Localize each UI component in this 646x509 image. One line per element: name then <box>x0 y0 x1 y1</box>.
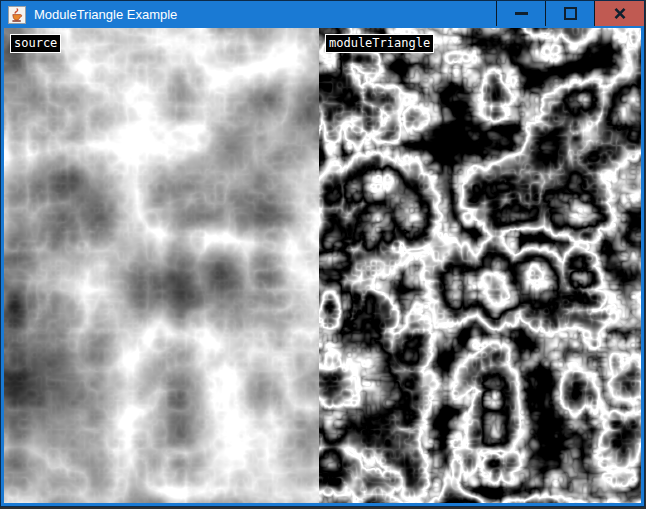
java-coffee-cup-icon <box>8 6 26 24</box>
close-button[interactable] <box>594 1 644 26</box>
panel-moduletriangle: moduleTriangle <box>319 28 641 503</box>
app-window: ModuleTriangle Example source moduleTria… <box>0 0 645 507</box>
panel-label-moduletriangle: moduleTriangle <box>325 34 434 53</box>
minimize-icon <box>515 12 528 15</box>
content-area: source moduleTriangle <box>1 28 644 506</box>
moduletriangle-noise-image <box>319 28 641 503</box>
window-title: ModuleTriangle Example <box>34 1 177 28</box>
panel-source: source <box>4 28 319 503</box>
title-bar[interactable]: ModuleTriangle Example <box>1 1 644 28</box>
maximize-icon <box>564 7 577 20</box>
close-icon <box>613 7 627 20</box>
window-controls <box>496 1 644 26</box>
source-noise-image <box>4 28 319 503</box>
panel-label-source: source <box>10 34 61 53</box>
minimize-button[interactable] <box>496 1 545 26</box>
maximize-button[interactable] <box>545 1 594 26</box>
